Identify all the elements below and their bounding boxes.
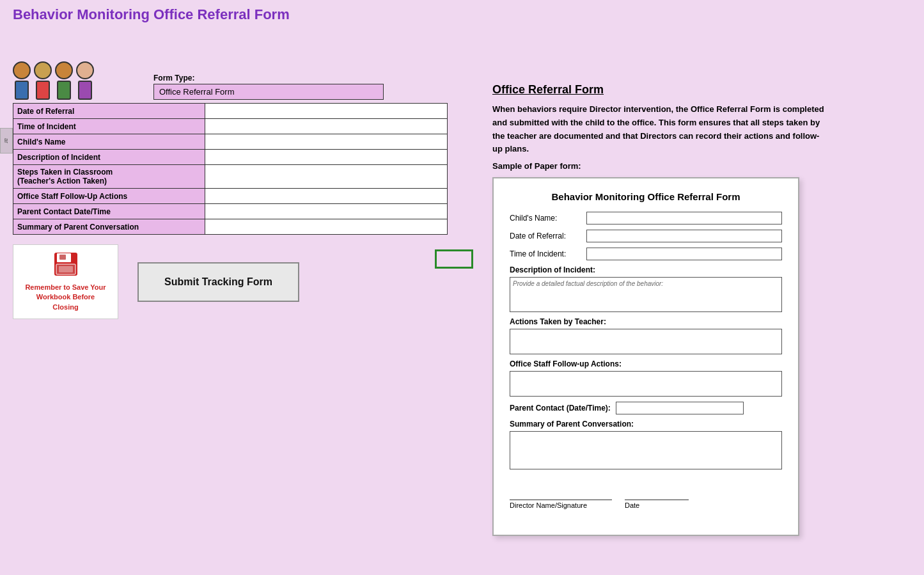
childs-name-input[interactable] [209, 137, 443, 146]
paper-time-field [586, 248, 782, 260]
paper-form-preview: Behavior Monitoring Office Referral Form… [492, 177, 799, 536]
sample-label: Sample of Paper form: [492, 161, 908, 171]
paper-actions-field [510, 329, 782, 354]
row-label-parent-contact: Parent Contact Date/Time [13, 204, 205, 219]
kid-figure-3 [55, 61, 73, 100]
floppy-icon [53, 251, 79, 279]
kid3-head [55, 61, 73, 79]
row-value-steps[interactable] [205, 165, 447, 189]
paper-date-row: Date of Referral: [510, 230, 782, 242]
table-row: Child's Name [13, 134, 448, 150]
paper-date-sig: Date [625, 489, 689, 509]
kid1-head [13, 61, 31, 79]
right-panel-title: Office Referral Form [492, 83, 908, 97]
paper-signature-row: Director Name/Signature Date [510, 489, 782, 509]
parent-conv-input[interactable] [209, 222, 443, 232]
row-value-parent-contact[interactable] [205, 204, 447, 219]
paper-director-sig: Director Name/Signature [510, 489, 612, 509]
svg-rect-4 [59, 266, 73, 272]
paper-description-label: Description of Incident: [510, 265, 782, 274]
row-label-date: Date of Referral [13, 104, 205, 119]
paper-actions-label: Actions Taken by Teacher: [510, 317, 782, 326]
table-row: Parent Contact Date/Time [13, 204, 448, 219]
row-label-office: Office Staff Follow-Up Actions [13, 189, 205, 204]
row-label-description: Description of Incident [13, 150, 205, 165]
kid4-head [76, 61, 94, 79]
paper-parent-contact-label: Parent Contact (Date/Time): [510, 404, 611, 413]
paper-childs-name-field [586, 212, 782, 224]
table-row: Date of Referral [13, 104, 448, 119]
row-label-parent-conv: Summary of Parent Conversation [13, 219, 205, 235]
kid4-body [78, 81, 92, 100]
steps-input[interactable] [209, 168, 443, 185]
description-input[interactable] [209, 152, 443, 162]
paper-form-title: Behavior Monitoring Office Referral Form [510, 191, 782, 202]
right-panel-description: When behaviors require Director interven… [492, 103, 825, 156]
paper-description-field: Provide a detailed factual description o… [510, 277, 782, 312]
row-value-office[interactable] [205, 189, 447, 204]
referral-data-table: Date of Referral Time of Incident Child'… [13, 103, 448, 235]
right-panel: Office Referral Form When behaviors requ… [492, 83, 908, 536]
kid-figure-1 [13, 61, 31, 100]
paper-date-sig-line [625, 489, 689, 500]
paper-time-row: Time of Incident: [510, 248, 782, 260]
row-value-description[interactable] [205, 150, 447, 165]
date-input[interactable] [209, 106, 443, 116]
paper-director-sig-label: Director Name/Signature [510, 501, 612, 509]
kid-figure-4 [76, 61, 94, 100]
row-value-name[interactable] [205, 134, 447, 150]
header-row: Form Type: Office Referral Form [13, 29, 460, 100]
left-panel: Behavior Monitoring Office Referral Form [13, 6, 460, 319]
row-value-parent-conv[interactable] [205, 219, 447, 235]
table-row: Description of Incident [13, 150, 448, 165]
time-input[interactable] [209, 122, 443, 131]
form-type-box: Form Type: Office Referral Form [153, 74, 384, 100]
paper-parent-contact-row: Parent Contact (Date/Time): [510, 402, 782, 414]
office-input[interactable] [209, 191, 443, 201]
row-label-name: Child's Name [13, 134, 205, 150]
save-reminder-text: Remember to Save YourWorkbook Before Clo… [23, 283, 108, 312]
paper-parent-contact-field [616, 402, 744, 414]
kid2-head [34, 61, 52, 79]
table-row: Office Staff Follow-Up Actions [13, 189, 448, 204]
paper-childs-name-row: Child's Name: [510, 212, 782, 224]
parent-contact-input[interactable] [209, 207, 443, 216]
form-type-value: Office Referral Form [153, 84, 384, 100]
kid3-body [57, 81, 71, 100]
left-edge-tab: ar [0, 128, 13, 154]
paper-time-label: Time of Incident: [510, 249, 586, 258]
paper-office-field [510, 371, 782, 397]
row-value-date[interactable] [205, 104, 447, 119]
green-rectangle [435, 249, 473, 269]
table-row: Steps Taken in Classroom(Teacher's Actio… [13, 165, 448, 189]
row-label-steps: Steps Taken in Classroom(Teacher's Actio… [13, 165, 205, 189]
floppy-disk-svg [53, 251, 79, 277]
paper-description-placeholder: Provide a detailed factual description o… [513, 280, 663, 287]
paper-date-sig-label: Date [625, 501, 689, 509]
table-row: Summary of Parent Conversation [13, 219, 448, 235]
paper-director-sig-line [510, 489, 612, 500]
page-title: Behavior Monitoring Office Referral Form [13, 6, 460, 23]
kid2-body [36, 81, 50, 100]
paper-office-label: Office Staff Follow-up Actions: [510, 359, 782, 368]
kid1-body [15, 81, 29, 100]
paper-childs-name-label: Child's Name: [510, 214, 586, 223]
paper-parent-conv-field [510, 431, 782, 469]
row-label-time: Time of Incident [13, 119, 205, 134]
submit-tracking-button[interactable]: Submit Tracking Form [137, 262, 299, 302]
form-type-label: Form Type: [153, 74, 384, 83]
paper-parent-conv-label: Summary of Parent Conversation: [510, 420, 782, 429]
kids-illustration [13, 29, 141, 100]
kid-figure-2 [34, 61, 52, 100]
paper-date-field [586, 230, 782, 242]
svg-rect-2 [59, 255, 66, 260]
bottom-controls: Remember to Save YourWorkbook Before Clo… [13, 244, 460, 319]
paper-date-label: Date of Referral: [510, 232, 586, 240]
save-reminder-box: Remember to Save YourWorkbook Before Clo… [13, 244, 118, 319]
table-row: Time of Incident [13, 119, 448, 134]
row-value-time[interactable] [205, 119, 447, 134]
